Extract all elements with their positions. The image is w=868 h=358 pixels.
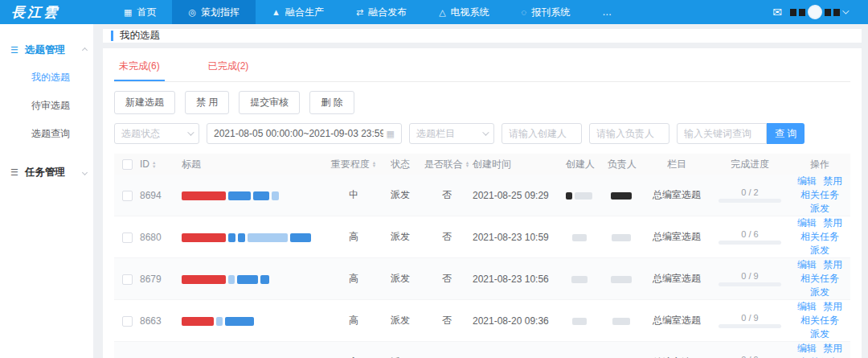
select-all-checkbox[interactable] [122, 159, 133, 170]
nav-item-fusion-production[interactable]: ▲ 融合生产 [256, 0, 340, 24]
action-link-related-tasks[interactable]: 相关任务 [800, 273, 839, 284]
delete-button[interactable]: 删 除 [309, 91, 354, 114]
tab-finished[interactable]: 已完成(2) [203, 51, 254, 81]
user-menu[interactable] [790, 5, 847, 19]
row-importance: 高 [328, 300, 379, 342]
redacted-text-block [182, 191, 226, 200]
col-header-importance[interactable]: 重要程度▲▼ [328, 154, 379, 175]
search-button[interactable]: 查 询 [767, 123, 805, 144]
row-importance: 高 [328, 216, 379, 258]
sort-icon[interactable]: ▲▼ [152, 161, 156, 168]
page-title-bar: 我的选题 [103, 29, 862, 43]
action-link-dispatch[interactable]: 派发 [810, 245, 829, 256]
sort-icon[interactable]: ▲▼ [372, 161, 376, 168]
row-owner-redacted [601, 258, 643, 300]
progress-bar [719, 324, 781, 328]
row-title-redacted[interactable] [182, 216, 328, 258]
tab-bar: 未完成(6) 已完成(2) [114, 51, 850, 82]
sidebar-item-my-topics[interactable]: 我的选题 [0, 64, 93, 92]
redacted-text-block [571, 276, 588, 283]
row-owner-redacted [601, 300, 643, 342]
mail-icon[interactable]: ✉ [772, 6, 782, 19]
action-link-edit[interactable]: 编辑 [797, 343, 817, 354]
action-link-related-tasks[interactable]: 相关任务 [800, 315, 839, 326]
action-link-disable[interactable]: 禁用 [823, 343, 842, 354]
action-link-related-tasks[interactable]: 相关任务 [800, 189, 839, 200]
date-range-picker[interactable]: ▦ [207, 123, 402, 144]
nav-item-more[interactable]: … [586, 0, 628, 24]
sort-icon[interactable]: ▲▼ [465, 161, 469, 168]
redacted-text-block [260, 275, 269, 284]
action-link-related-tasks[interactable]: 相关任务 [800, 231, 839, 242]
nav-item-home[interactable]: ▦ 首页 [108, 0, 172, 24]
nav-item-press-system[interactable]: ◌ 报刊系统 [506, 0, 587, 24]
row-title-redacted[interactable] [182, 342, 328, 358]
action-link-edit[interactable]: 编辑 [797, 301, 817, 312]
sidebar-item-pending-topics[interactable]: 待审选题 [0, 92, 93, 120]
redacted-text-block [612, 318, 630, 325]
navbar-right: ✉ [772, 0, 868, 24]
action-link-edit[interactable]: 编辑 [797, 217, 817, 228]
row-joint: 否 [421, 342, 473, 358]
nav-item-label: 电视系统 [451, 6, 489, 19]
redacted-text-block [572, 234, 587, 241]
row-actions: 编辑禁用相关任务派发 [789, 342, 850, 358]
row-checkbox[interactable] [122, 316, 133, 327]
row-title-redacted[interactable] [182, 258, 328, 300]
row-title-redacted[interactable] [182, 175, 328, 216]
col-header-creator: 创建人 [559, 154, 601, 175]
row-checkbox[interactable] [122, 191, 133, 201]
action-link-disable[interactable]: 禁用 [823, 259, 842, 270]
sidebar-item-topic-search[interactable]: 选题查询 [0, 120, 93, 148]
redacted-username-block [790, 9, 796, 16]
topic-column-select[interactable]: 选题栏目 [409, 123, 494, 144]
action-link-edit[interactable]: 编辑 [797, 175, 817, 187]
chevron-down-icon [482, 129, 489, 135]
title-accent-bar [111, 31, 113, 41]
nav-item-label: 融合发布 [368, 6, 407, 19]
row-id: 8662 [140, 342, 182, 358]
sidebar-group-task-management[interactable]: ☰ 任务管理 [0, 159, 93, 186]
nav-item-label: 策划指挥 [201, 6, 240, 19]
action-link-dispatch[interactable]: 派发 [810, 286, 829, 298]
row-created-time: 2021-08-23 10:56 [473, 258, 559, 300]
col-header-id[interactable]: ID▲▼ [140, 154, 182, 175]
row-id: 8663 [140, 300, 182, 342]
redacted-text-block [182, 233, 226, 242]
date-range-input[interactable] [214, 128, 383, 139]
action-link-disable[interactable]: 禁用 [823, 301, 842, 312]
row-title-redacted[interactable] [182, 300, 328, 342]
col-header-title: 标题 [182, 154, 328, 175]
chevron-down-icon [187, 129, 194, 135]
row-joint: 否 [421, 175, 473, 216]
owner-input[interactable] [596, 128, 662, 139]
row-status: 派发 [379, 175, 421, 216]
row-column: 总编室选题 [643, 175, 710, 216]
nav-item-fusion-publish[interactable]: ⇄ 融合发布 [340, 0, 423, 24]
submit-review-button[interactable]: 提交审核 [239, 91, 300, 114]
creator-field-wrap [502, 123, 582, 144]
row-checkbox[interactable] [122, 232, 133, 243]
redacted-text-block [572, 318, 587, 325]
action-link-disable[interactable]: 禁用 [823, 217, 842, 228]
action-link-dispatch[interactable]: 派发 [810, 203, 829, 214]
row-checkbox[interactable] [122, 274, 133, 285]
nav-item-tv-system[interactable]: △ 电视系统 [423, 0, 505, 24]
filter-bar: 选题状态 ▦ 选题栏目 [114, 123, 850, 144]
creator-input[interactable] [509, 128, 575, 139]
new-topic-button[interactable]: 新建选题 [114, 91, 175, 114]
disable-button[interactable]: 禁 用 [185, 91, 229, 114]
redacted-text-block [575, 192, 592, 200]
col-header-joint[interactable]: 是否联合▲▼ [421, 154, 473, 175]
row-importance: 高 [328, 258, 379, 300]
table-row: 8680高派发否2021-08-23 10:59总编室选题0 / 6编辑禁用相关… [114, 216, 850, 258]
keyword-input[interactable] [684, 128, 760, 139]
sidebar-group-topic-management[interactable]: ☰ 选题管理 [0, 37, 93, 64]
topic-status-select[interactable]: 选题状态 [114, 123, 199, 144]
tab-unfinished[interactable]: 未完成(6) [114, 51, 165, 81]
action-link-disable[interactable]: 禁用 [823, 175, 842, 187]
nav-item-planning-command[interactable]: ◎ 策划指挥 [172, 0, 256, 24]
action-link-dispatch[interactable]: 派发 [810, 328, 829, 339]
chevron-down-icon [842, 7, 849, 14]
action-link-edit[interactable]: 编辑 [797, 259, 817, 270]
